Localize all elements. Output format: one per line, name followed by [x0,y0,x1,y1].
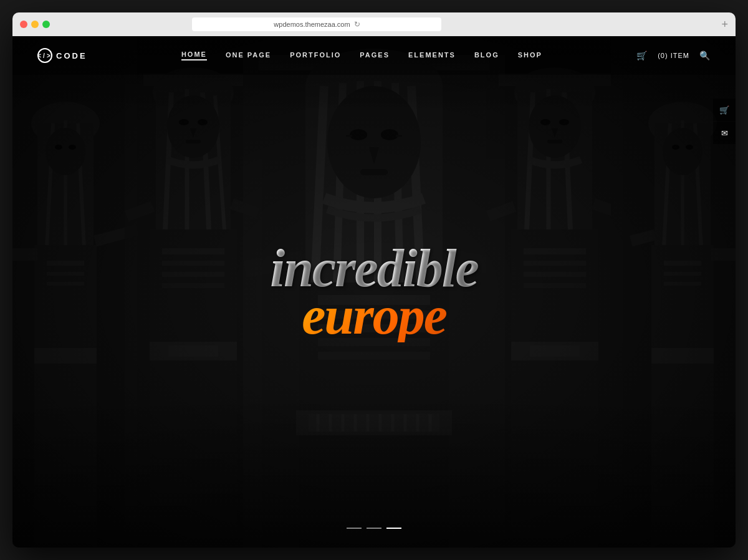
nav-one-page[interactable]: ONE PAGE [226,51,271,60]
address-bar[interactable]: wpdemos.themezaa.com ↻ [192,17,441,31]
hero-text: incredible europe [270,241,478,342]
nav-right: 🛒 (0) ITEM 🔍 [636,51,711,60]
side-mail-icon[interactable]: ✉ [713,122,736,144]
nav-blog[interactable]: BLOG [474,51,499,60]
reload-icon[interactable]: ↻ [354,20,360,29]
nav-pages[interactable]: PAGES [360,51,390,60]
logo[interactable]: </> CODE [37,48,87,63]
nav-portfolio[interactable]: PORTFOLIO [290,51,341,60]
search-icon[interactable]: 🔍 [699,51,711,60]
logo-icon: </> [37,48,52,63]
website-content: </> CODE HOME ONE PAGE PORTFOLIO PAGES E… [12,36,736,548]
navbar: </> CODE HOME ONE PAGE PORTFOLIO PAGES E… [12,36,736,75]
cart-count: (0) ITEM [658,52,689,59]
nav-shop[interactable]: SHOP [518,51,542,60]
new-tab-button[interactable]: + [721,19,728,30]
cart-icon[interactable]: 🛒 [636,51,648,60]
slider-dots [347,528,401,529]
nav-elements[interactable]: ELEMENTS [408,51,456,60]
slider-dot-1[interactable] [347,528,362,529]
side-cart-icon[interactable]: 🛒 [713,99,736,121]
browser-chrome: wpdemos.themezaa.com ↻ + [12,12,736,36]
logo-text: CODE [56,51,87,60]
side-icons: 🛒 ✉ [713,99,736,145]
logo-symbol: </> [37,52,52,59]
traffic-lights [20,21,50,28]
slider-dot-3[interactable] [386,528,401,529]
minimize-button[interactable] [31,21,39,28]
browser-window: wpdemos.themezaa.com ↻ + [12,12,736,548]
nav-home[interactable]: HOME [181,51,207,60]
slider-dot-2[interactable] [367,528,381,529]
maximize-button[interactable] [42,21,50,28]
close-button[interactable] [20,21,27,28]
url-text: wpdemos.themezaa.com [274,21,350,28]
nav-links: HOME ONE PAGE PORTFOLIO PAGES ELEMENTS B… [181,51,542,60]
